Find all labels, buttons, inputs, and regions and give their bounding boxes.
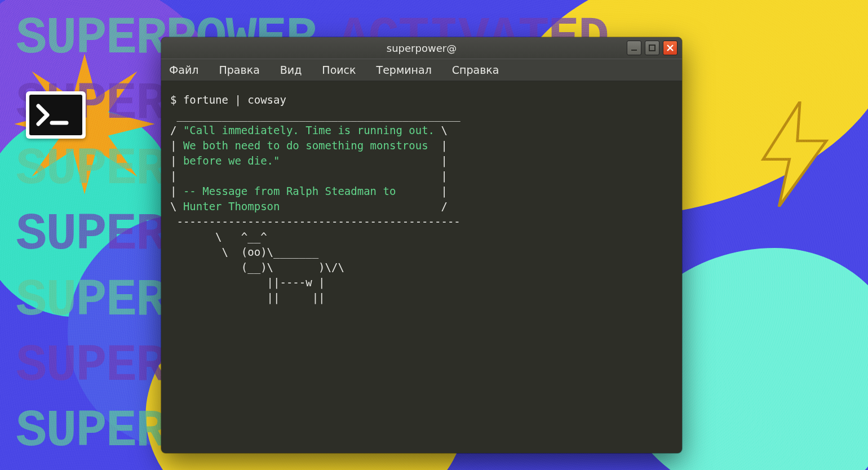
cow-ascii-art: \ ^__^ — [170, 230, 267, 243]
terminal-shortcut-icon[interactable] — [26, 91, 86, 139]
terminal-body[interactable]: $ fortune | cowsay _____________________… — [161, 81, 682, 317]
prompt-symbol: $ — [170, 94, 176, 106]
menu-help[interactable]: Справка — [452, 64, 499, 76]
terminal-window: superpower@ Файл Правка Вид Поиск Термин… — [161, 37, 682, 453]
close-button[interactable] — [663, 41, 677, 55]
menu-terminal[interactable]: Терминал — [377, 64, 432, 76]
svg-rect-4 — [649, 45, 655, 51]
window-titlebar[interactable]: superpower@ — [161, 37, 682, 59]
minimize-button[interactable] — [627, 41, 641, 55]
menu-file[interactable]: Файл — [169, 64, 199, 76]
svg-marker-1 — [763, 101, 826, 207]
terminal-glyph-icon — [29, 95, 82, 135]
command-text: fortune | cowsay — [183, 94, 286, 106]
menu-view[interactable]: Вид — [280, 64, 302, 76]
maximize-button[interactable] — [645, 41, 659, 55]
cowsay-output: ________________________________________… — [170, 109, 460, 121]
lightning-icon — [755, 101, 834, 192]
menu-search[interactable]: Поиск — [322, 64, 356, 76]
menu-edit[interactable]: Правка — [219, 64, 260, 76]
window-title: superpower@ — [387, 42, 457, 54]
window-controls — [627, 41, 677, 55]
menubar: Файл Правка Вид Поиск Терминал Справка — [161, 59, 682, 81]
